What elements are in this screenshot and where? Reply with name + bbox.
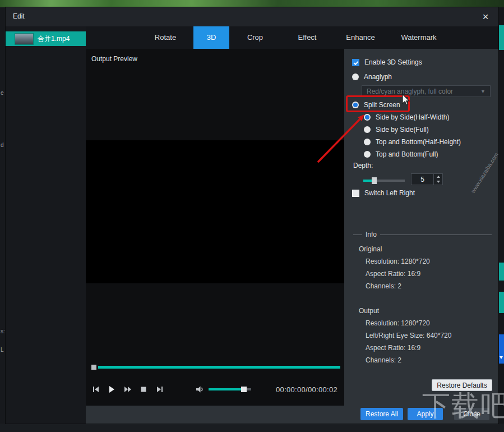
enable-3d-checkbox[interactable] — [352, 59, 359, 66]
background-scrollbar-fragment — [498, 292, 504, 313]
anaglyph-label: Anaglyph — [364, 73, 392, 81]
divider-line — [353, 235, 362, 235]
play-icon — [107, 385, 116, 394]
background-text-fragment: L — [1, 347, 4, 353]
seek-bar[interactable] — [91, 365, 338, 370]
file-list-panel: 合并1.mp4 — [6, 26, 86, 424]
skip-end-button[interactable] — [154, 384, 165, 395]
side-by-side-full-radio-row[interactable]: Side by Side(Full) — [364, 125, 429, 134]
output-aspect-ratio: Aspect Ratio: 16:9 — [359, 342, 451, 354]
output-channels: Channels: 2 — [359, 354, 451, 366]
output-info-block: Output Resolution: 1280*720 Left/Right E… — [359, 305, 451, 366]
output-title: Output — [359, 305, 451, 317]
file-name: 合并1.mp4 — [38, 34, 70, 44]
original-info-block: Original Resolution: 1280*720 Aspect Rat… — [359, 243, 430, 292]
background-scrollbar-fragment — [498, 263, 504, 281]
volume-slider-fill — [209, 388, 243, 390]
video-frame — [86, 140, 344, 283]
tab-enhance[interactable]: Enhance — [334, 26, 387, 49]
tab-watermark[interactable]: Watermark — [387, 26, 450, 49]
video-thumbnail — [15, 33, 34, 45]
info-section-title: Info — [366, 231, 377, 238]
info-section-divider: Info — [353, 231, 492, 238]
output-preview-label: Output Preview — [91, 55, 137, 63]
tab-rotate[interactable]: Rotate — [137, 26, 193, 49]
original-channels: Channels: 2 — [359, 280, 430, 292]
dialog-title: Edit — [13, 12, 25, 20]
switch-left-right-checkbox[interactable] — [352, 190, 359, 197]
anaglyph-mode-value: Red/cyan anaglyph, full color — [367, 88, 453, 95]
anaglyph-radio-row[interactable]: Anaglyph — [352, 72, 392, 81]
speaker-icon — [195, 385, 204, 394]
skip-start-button[interactable] — [90, 384, 101, 395]
background-text-fragment: s: — [1, 328, 5, 334]
background-window-left-edge: e d s: L — [0, 7, 6, 424]
stop-icon — [139, 385, 148, 394]
tab-bar: Rotate 3D Crop Effect Enhance Watermark — [86, 26, 498, 49]
enable-3d-checkbox-row[interactable]: Enable 3D Settings — [352, 58, 422, 67]
spinner-down-button[interactable] — [434, 180, 442, 185]
background-text-fragment: e — [1, 90, 4, 96]
stop-button[interactable] — [138, 384, 149, 395]
top-bottom-half-radio-row[interactable]: Top and Bottom(Half-Height) — [364, 137, 461, 146]
anaglyph-radio[interactable] — [352, 73, 359, 80]
original-resolution: Resolution: 1280*720 — [359, 255, 430, 268]
tab-crop[interactable]: Crop — [229, 26, 281, 49]
tab-effect[interactable]: Effect — [281, 26, 334, 49]
spinner-up-button[interactable] — [434, 174, 442, 180]
fast-forward-icon — [123, 385, 132, 394]
depth-slider[interactable] — [363, 177, 405, 184]
top-bottom-full-radio[interactable] — [364, 151, 371, 158]
volume-slider[interactable] — [209, 388, 251, 390]
output-resolution: Resolution: 1280*720 — [359, 317, 451, 329]
volume-slider-handle[interactable] — [241, 387, 247, 392]
close-icon[interactable]: × — [478, 10, 493, 24]
desktop-wallpaper — [0, 0, 504, 7]
side-by-side-half-radio-row[interactable]: Side by Side(Half-Width) — [364, 113, 449, 122]
background-glyph-fragment — [500, 356, 503, 359]
top-bottom-full-label: Top and Bottom(Full) — [376, 150, 438, 158]
output-eye-size: Left/Right Eye Size: 640*720 — [359, 329, 451, 342]
top-bottom-half-radio[interactable] — [364, 139, 371, 145]
edit-dialog: Edit × 合并1.mp4 Rotate 3D Crop Effect Enh… — [6, 7, 498, 424]
background-window-bottom-edge — [0, 424, 504, 432]
top-bottom-half-label: Top and Bottom(Half-Height) — [376, 138, 461, 146]
top-bottom-full-radio-row[interactable]: Top and Bottom(Full) — [364, 150, 438, 159]
seek-handle[interactable] — [91, 365, 96, 370]
switch-left-right-checkbox-row[interactable]: Switch Left Right — [352, 189, 415, 197]
side-by-side-half-radio[interactable] — [364, 114, 371, 121]
background-window-right-edge — [498, 7, 504, 424]
side-by-side-full-radio[interactable] — [364, 126, 371, 133]
original-title: Original — [359, 243, 430, 255]
depth-value: 5 — [411, 174, 433, 185]
play-button[interactable] — [106, 384, 117, 395]
output-preview-area: Output Preview 00:00:00/00:00:02 — [86, 49, 344, 406]
seek-bar-fill — [98, 366, 340, 369]
depth-spinner[interactable]: 5 — [411, 173, 443, 185]
depth-spinner-buttons — [433, 174, 442, 185]
depth-slider-handle[interactable] — [372, 177, 377, 184]
background-accent-strip — [498, 25, 504, 50]
volume-button[interactable] — [194, 384, 205, 395]
chevron-down-icon: ▼ — [480, 89, 485, 94]
switch-left-right-label: Switch Left Right — [364, 189, 415, 197]
enable-3d-label: Enable 3D Settings — [364, 58, 422, 66]
background-button-fragment — [498, 334, 504, 364]
side-by-side-half-label: Side by Side(Half-Width) — [376, 113, 449, 121]
depth-label-row: Depth: — [353, 161, 373, 170]
divider-line — [380, 235, 492, 235]
annotation-highlight-box — [346, 95, 410, 112]
restore-all-button[interactable]: Restore All — [360, 408, 403, 420]
background-text-fragment: d — [1, 142, 4, 148]
watermark-large: 下载吧 — [422, 387, 504, 425]
skip-start-icon — [91, 385, 100, 394]
triangle-up-icon — [437, 176, 440, 178]
depth-label: Depth: — [353, 162, 373, 169]
original-aspect-ratio: Aspect Ratio: 16:9 — [359, 268, 430, 280]
dialog-titlebar[interactable]: Edit × — [6, 7, 498, 26]
tab-3d[interactable]: 3D — [193, 26, 229, 49]
time-display: 00:00:00/00:00:02 — [276, 385, 337, 394]
fast-forward-button[interactable] — [122, 384, 133, 395]
skip-end-icon — [155, 385, 164, 394]
file-list-item-selected[interactable]: 合并1.mp4 — [6, 31, 86, 46]
